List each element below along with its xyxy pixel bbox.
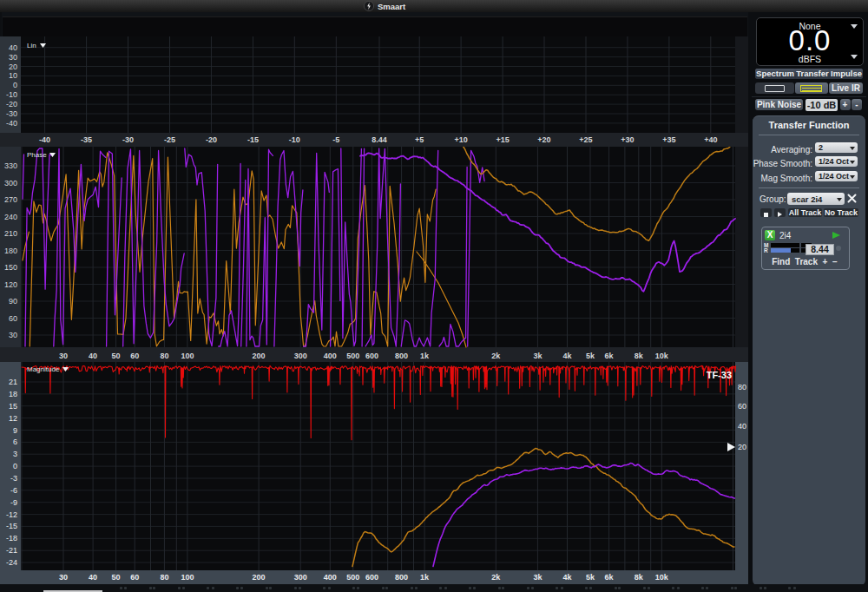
svg-text:10k: 10k: [655, 573, 669, 582]
svg-text:-20: -20: [6, 100, 17, 109]
svg-text:Magnitude: Magnitude: [27, 365, 60, 373]
svg-text:8.44: 8.44: [372, 135, 387, 144]
svg-text:-5: -5: [332, 135, 339, 144]
svg-text:80: 80: [160, 352, 168, 360]
svg-text:330: 330: [4, 161, 17, 170]
svg-text:6k: 6k: [605, 573, 615, 582]
svg-text:50: 50: [112, 352, 121, 360]
svg-text:-30: -30: [6, 109, 17, 118]
svg-text:4k: 4k: [562, 352, 572, 360]
svg-text:-25: -25: [164, 135, 175, 144]
svg-text:40: 40: [738, 422, 746, 431]
svg-text:2k: 2k: [491, 352, 501, 360]
svg-text:-15: -15: [247, 135, 259, 144]
svg-text:+30: +30: [621, 135, 634, 144]
svg-text:500: 500: [346, 352, 359, 360]
svg-text:0: 0: [13, 81, 17, 89]
svg-text:5k: 5k: [586, 352, 595, 360]
svg-text:600: 600: [365, 573, 378, 582]
svg-text:4k: 4k: [562, 573, 572, 582]
svg-text:Lin: Lin: [27, 42, 36, 49]
svg-text:300: 300: [294, 352, 307, 360]
svg-text:1k: 1k: [420, 573, 430, 582]
svg-text:8k: 8k: [635, 573, 644, 582]
svg-text:240: 240: [4, 213, 17, 221]
svg-text:3k: 3k: [533, 352, 542, 360]
svg-text:60: 60: [738, 402, 746, 411]
svg-text:270: 270: [4, 195, 17, 204]
svg-text:30: 30: [9, 53, 17, 62]
svg-text:+40: +40: [704, 135, 717, 144]
svg-text:-18: -18: [6, 534, 17, 543]
svg-text:150: 150: [4, 263, 17, 272]
svg-text:60: 60: [9, 314, 17, 323]
svg-text:30: 30: [59, 352, 68, 360]
svg-text:-15: -15: [6, 522, 17, 530]
svg-text:-9: -9: [10, 498, 17, 507]
svg-text:3k: 3k: [533, 573, 542, 582]
svg-text:50: 50: [112, 573, 121, 582]
svg-text:3: 3: [13, 450, 17, 458]
svg-text:6: 6: [13, 437, 17, 446]
svg-text:0: 0: [13, 462, 17, 470]
svg-text:-21: -21: [6, 546, 17, 555]
svg-text:-24: -24: [6, 558, 17, 567]
svg-text:60: 60: [130, 573, 139, 582]
svg-text:20: 20: [738, 443, 746, 451]
svg-text:600: 600: [365, 352, 378, 360]
svg-text:-40: -40: [6, 119, 17, 128]
svg-text:-6: -6: [10, 486, 17, 495]
svg-text:9: 9: [13, 426, 17, 435]
svg-text:30: 30: [9, 331, 17, 339]
svg-text:20: 20: [9, 62, 17, 71]
svg-text:180: 180: [4, 247, 17, 255]
svg-text:100: 100: [181, 352, 194, 360]
svg-text:8k: 8k: [635, 352, 644, 360]
svg-text:2k: 2k: [491, 573, 501, 582]
svg-text:120: 120: [4, 280, 17, 289]
svg-text:21: 21: [9, 378, 17, 386]
svg-text:800: 800: [395, 573, 408, 582]
svg-text:-12: -12: [6, 510, 17, 519]
svg-text:200: 200: [253, 573, 266, 582]
svg-text:800: 800: [395, 352, 408, 360]
svg-text:90: 90: [9, 297, 17, 306]
svg-text:1k: 1k: [420, 352, 430, 360]
svg-text:Phase: Phase: [27, 151, 47, 159]
svg-text:80: 80: [738, 383, 746, 391]
svg-text:100: 100: [181, 573, 194, 582]
svg-text:-20: -20: [206, 135, 217, 144]
svg-text:60: 60: [130, 352, 139, 360]
svg-text:6k: 6k: [605, 352, 615, 360]
svg-text:18: 18: [9, 390, 17, 398]
svg-text:80: 80: [160, 573, 168, 582]
svg-text:-40: -40: [39, 135, 50, 144]
svg-text:10k: 10k: [655, 352, 669, 360]
svg-text:400: 400: [324, 573, 337, 582]
svg-text:-10: -10: [6, 90, 17, 99]
svg-text:500: 500: [346, 573, 359, 582]
svg-text:-3: -3: [10, 474, 17, 483]
svg-text:-35: -35: [81, 135, 92, 144]
svg-text:12: 12: [9, 414, 17, 423]
svg-text:15: 15: [9, 402, 17, 411]
svg-text:5k: 5k: [586, 573, 595, 582]
svg-text:+10: +10: [454, 135, 467, 144]
svg-text:-30: -30: [122, 135, 134, 144]
svg-text:300: 300: [4, 179, 17, 187]
svg-text:+15: +15: [496, 135, 509, 144]
svg-text:400: 400: [324, 352, 337, 360]
svg-text:210: 210: [4, 229, 17, 238]
svg-text:200: 200: [253, 352, 266, 360]
svg-text:40: 40: [89, 352, 97, 360]
svg-text:TF-33: TF-33: [707, 370, 732, 380]
svg-text:-10: -10: [289, 135, 300, 144]
svg-text:+35: +35: [662, 135, 675, 144]
svg-text:300: 300: [294, 573, 307, 582]
svg-text:+25: +25: [579, 135, 592, 144]
svg-text:+20: +20: [537, 135, 550, 144]
svg-text:40: 40: [9, 43, 17, 52]
svg-text:10: 10: [9, 71, 17, 80]
svg-text:40: 40: [89, 573, 97, 582]
svg-text:30: 30: [59, 573, 68, 582]
